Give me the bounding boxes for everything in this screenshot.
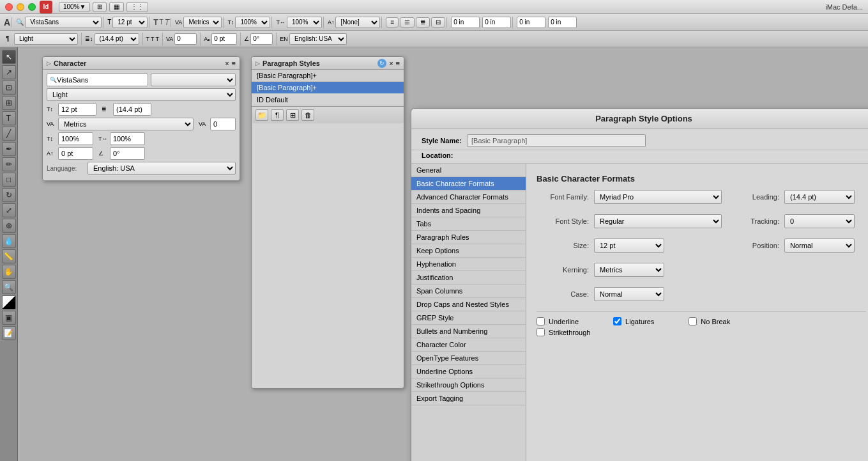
free-transform-tool[interactable]: ⊕ bbox=[2, 219, 16, 233]
sidebar-item-span[interactable]: Span Columns bbox=[411, 285, 526, 298]
vscale-input[interactable] bbox=[58, 132, 93, 145]
type-tool[interactable]: T bbox=[2, 111, 16, 125]
tracking-input[interactable] bbox=[210, 118, 236, 130]
sidebar-item-keep[interactable]: Keep Options bbox=[411, 244, 526, 258]
sidebar-item-dropcaps[interactable]: Drop Caps and Nested Styles bbox=[411, 298, 526, 311]
font-style-select[interactable]: Light bbox=[14, 33, 78, 45]
scale2-select[interactable]: 100% bbox=[287, 17, 322, 28]
kern-select[interactable]: Metrics bbox=[58, 118, 194, 130]
font-family-select[interactable]: Myriad Pro bbox=[594, 190, 722, 204]
duplicate-btn[interactable]: ⊞ bbox=[286, 109, 299, 121]
no-break-checkbox[interactable] bbox=[689, 317, 697, 325]
sidebar-item-export[interactable]: Export Tagging bbox=[411, 392, 526, 405]
pencil-tool[interactable]: ✏ bbox=[2, 157, 16, 171]
hscale-input[interactable] bbox=[110, 132, 145, 145]
sidebar-item-hyphen[interactable]: Hyphenation bbox=[411, 258, 526, 271]
align-justify-btn[interactable]: ⊟ bbox=[431, 17, 445, 27]
sidebar-item-basic-char[interactable]: Basic Character Formats bbox=[411, 177, 526, 191]
zoom-tool[interactable]: 🔍 bbox=[2, 280, 16, 294]
style-item-0[interactable]: [Basic Paragraph]+ bbox=[252, 82, 404, 94]
sidebar-item-tabs[interactable]: Tabs bbox=[411, 217, 526, 231]
underline-checkbox[interactable] bbox=[537, 317, 545, 325]
sidebar-item-advanced-char[interactable]: Advanced Character Formats bbox=[411, 191, 526, 204]
sidebar-item-bullets[interactable]: Bullets and Numbering bbox=[411, 325, 526, 338]
skew-input[interactable] bbox=[250, 33, 273, 45]
line-tool[interactable]: ╱ bbox=[2, 127, 16, 141]
view-btn[interactable]: ▦ bbox=[109, 2, 124, 12]
offset2-input[interactable] bbox=[482, 17, 511, 28]
page-tool[interactable]: ⊡ bbox=[2, 81, 16, 95]
sidebar-item-underline[interactable]: Underline Options bbox=[411, 365, 526, 379]
new-style-btn[interactable]: ¶ bbox=[271, 109, 284, 121]
note-tool[interactable]: 📝 bbox=[2, 326, 16, 340]
sidebar-item-indents[interactable]: Indents and Spacing bbox=[411, 204, 526, 217]
font-family-select[interactable]: VistaSans bbox=[25, 17, 102, 28]
layout-btn[interactable]: ⊞ bbox=[93, 2, 107, 12]
sidebar-item-grep[interactable]: GREP Style bbox=[411, 311, 526, 325]
style-item-1[interactable]: ID Default bbox=[252, 94, 404, 106]
rotate-tool[interactable]: ↻ bbox=[2, 188, 16, 202]
leading-select[interactable]: (14.4 pt) bbox=[784, 190, 855, 204]
scale-tool[interactable]: ⤢ bbox=[2, 203, 16, 217]
pen-tool[interactable]: ✒ bbox=[2, 142, 16, 156]
position-select[interactable]: Normal bbox=[784, 238, 855, 253]
grid-btn[interactable]: ⋮⋮ bbox=[126, 2, 148, 12]
paragraph-styles-header[interactable]: ▷ Paragraph Styles ↻ × ≡ bbox=[252, 57, 404, 70]
align-center-btn[interactable]: ☰ bbox=[400, 17, 415, 27]
leading-select[interactable]: (14.4 pt) bbox=[95, 33, 139, 45]
language-select[interactable]: English: USA bbox=[289, 33, 347, 45]
skew-input[interactable] bbox=[110, 147, 145, 160]
font-family-input[interactable]: VistaSans bbox=[57, 76, 145, 84]
baseline-input[interactable] bbox=[58, 147, 93, 160]
language-select[interactable]: English: USA bbox=[88, 162, 236, 175]
none-select[interactable]: [None] bbox=[335, 17, 380, 28]
panel-close-icon[interactable]: × bbox=[389, 59, 393, 67]
scale1-select[interactable]: 100% bbox=[235, 17, 270, 28]
offset1-input[interactable] bbox=[451, 17, 480, 28]
offset3-input[interactable] bbox=[517, 17, 545, 28]
kerning-select[interactable]: Metrics bbox=[594, 263, 664, 277]
zoom-select[interactable]: 100% ▼ bbox=[59, 2, 90, 12]
leading-input[interactable] bbox=[113, 103, 151, 116]
sidebar-item-general[interactable]: General bbox=[411, 164, 526, 177]
rect-tool[interactable]: □ bbox=[2, 173, 16, 187]
maximize-button[interactable] bbox=[28, 3, 36, 11]
sidebar-item-strikethrough[interactable]: Strikethrough Options bbox=[411, 379, 526, 392]
fill-stroke-tool[interactable] bbox=[2, 295, 16, 309]
size-select[interactable]: 12 pt bbox=[594, 238, 664, 253]
align-left-btn[interactable]: ≡ bbox=[386, 17, 399, 27]
selection-tool[interactable]: ↖ bbox=[2, 50, 16, 64]
panel-menu-icon[interactable]: ≡ bbox=[232, 59, 236, 67]
preview-tool[interactable]: ▣ bbox=[2, 311, 16, 325]
direct-select-tool[interactable]: ↗ bbox=[2, 65, 16, 79]
collapse-icon[interactable]: ▷ bbox=[47, 60, 51, 66]
delete-btn[interactable]: 🗑 bbox=[301, 109, 314, 121]
font-size-select[interactable]: 12 pt bbox=[112, 17, 148, 28]
font-style-select[interactable]: Regular bbox=[594, 214, 722, 228]
new-folder-btn[interactable]: 📁 bbox=[255, 109, 268, 121]
sidebar-item-opentype[interactable]: OpenType Features bbox=[411, 352, 526, 365]
font-family-dropdown[interactable]: ▼ bbox=[151, 74, 236, 86]
sync-btn[interactable]: ↻ bbox=[377, 59, 386, 68]
panel-close-icon[interactable]: × bbox=[225, 59, 229, 67]
align-right-btn[interactable]: ≣ bbox=[416, 17, 430, 27]
collapse-icon[interactable]: ▷ bbox=[255, 60, 260, 66]
panel-menu-icon[interactable]: ≡ bbox=[396, 59, 400, 67]
hand-tool[interactable]: ✋ bbox=[2, 265, 16, 279]
style-name-input[interactable] bbox=[467, 134, 646, 147]
minimize-button[interactable] bbox=[17, 3, 24, 11]
optical-input[interactable] bbox=[211, 33, 237, 45]
character-panel-header[interactable]: ▷ Character × ≡ bbox=[43, 57, 240, 70]
font-search-box[interactable]: 🔍 VistaSans bbox=[47, 74, 148, 86]
sidebar-item-para-rules[interactable]: Paragraph Rules bbox=[411, 231, 526, 244]
eyedropper-tool[interactable]: 💧 bbox=[2, 234, 16, 248]
size-input[interactable] bbox=[58, 103, 96, 116]
baseline-input[interactable] bbox=[174, 33, 197, 45]
sidebar-item-justify[interactable]: Justification bbox=[411, 271, 526, 285]
metrics-select[interactable]: Metrics bbox=[183, 17, 222, 28]
tracking-select[interactable]: 0 bbox=[784, 214, 855, 228]
case-select[interactable]: Normal bbox=[594, 287, 664, 301]
font-style-select[interactable]: Light bbox=[47, 88, 236, 101]
sidebar-item-char-color[interactable]: Character Color bbox=[411, 338, 526, 352]
gap-tool[interactable]: ⊞ bbox=[2, 96, 16, 110]
